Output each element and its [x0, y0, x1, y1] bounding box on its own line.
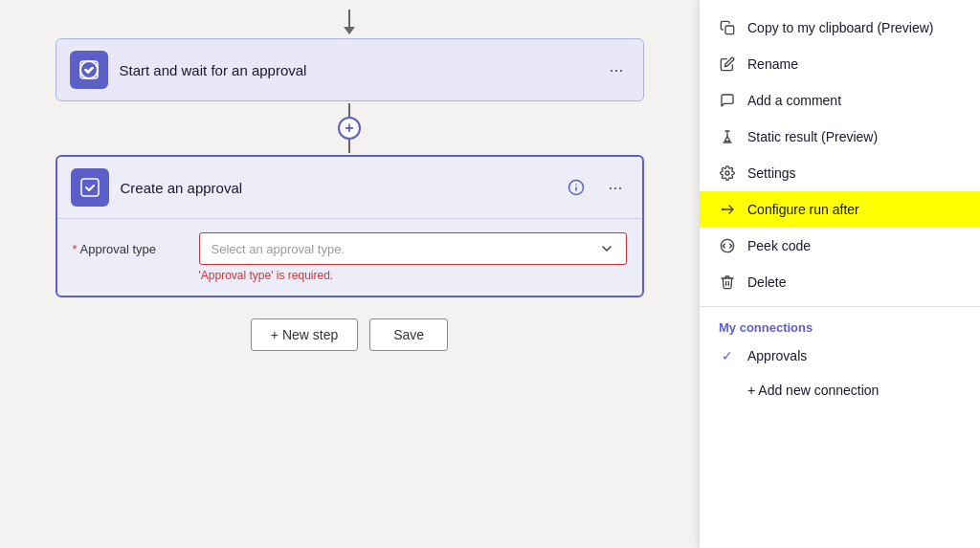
menu-settings-label: Settings [747, 165, 796, 181]
menu-divider [700, 306, 980, 307]
menu-item-delete[interactable]: Delete [700, 264, 980, 300]
approval-type-placeholder: Select an approval type. [212, 242, 345, 256]
approval-type-select[interactable]: Select an approval type. [199, 232, 627, 265]
approval-type-field: Select an approval type. 'Approval type'… [199, 232, 627, 282]
gear-icon [719, 164, 736, 182]
menu-item-peek-code[interactable]: Peek code [700, 228, 980, 264]
new-step-button[interactable]: + New step [251, 318, 358, 351]
step2-icon [71, 168, 109, 207]
required-star: * [73, 242, 78, 256]
save-button[interactable]: Save [369, 318, 448, 351]
add-connection-label: + Add new connection [747, 383, 879, 398]
menu-item-configure-run-after[interactable]: Configure run after [700, 191, 980, 228]
menu-item-copy[interactable]: Copy to my clipboard (Preview) [700, 10, 980, 46]
menu-item-settings[interactable]: Settings [700, 155, 980, 191]
connector-line-top [348, 103, 350, 117]
step1-title: Start and wait for an approval [120, 62, 592, 78]
menu-static-result-label: Static result (Preview) [747, 129, 878, 144]
svg-rect-5 [725, 26, 734, 34]
step2-card: Create an approval ··· *Approval type Se… [56, 155, 644, 297]
menu-add-comment-label: Add a comment [747, 93, 841, 108]
step1-card: Start and wait for an approval ··· [56, 38, 644, 101]
connections-section-title: My connections [700, 313, 980, 339]
svg-line-11 [723, 246, 724, 248]
connector: + [338, 103, 361, 153]
svg-point-7 [725, 171, 729, 175]
approval-icon [78, 58, 100, 81]
menu-configure-run-after-label: Configure run after [747, 202, 859, 217]
comment-icon [719, 92, 736, 109]
code-icon [719, 237, 736, 254]
connector-line-bottom [348, 140, 350, 153]
pencil-icon [719, 55, 736, 73]
step2-info-button[interactable] [562, 175, 590, 200]
step2-title: Create an approval [121, 180, 551, 196]
menu-peek-code-label: Peek code [747, 238, 811, 253]
flask-icon [719, 128, 736, 145]
add-step-button[interactable]: + [338, 117, 361, 140]
approval-type-row: *Approval type Select an approval type. … [73, 232, 627, 282]
menu-item-static-result[interactable]: Static result (Preview) [700, 119, 980, 155]
menu-rename-label: Rename [747, 56, 798, 72]
info-icon [568, 179, 585, 196]
approvals-label: Approvals [747, 348, 807, 363]
step2-header: Create an approval ··· [57, 157, 642, 219]
step2-body: *Approval type Select an approval type. … [57, 219, 642, 296]
copy-icon [719, 19, 736, 36]
menu-item-approvals[interactable]: ✓ Approvals [700, 339, 980, 373]
step2-menu-button[interactable]: ··· [602, 174, 628, 202]
menu-item-add-comment[interactable]: Add a comment [700, 82, 980, 119]
svg-rect-1 [81, 179, 99, 196]
bottom-actions: + New step Save [251, 318, 448, 351]
menu-item-add-connection[interactable]: + Add new connection [700, 373, 980, 407]
trash-icon [719, 274, 736, 291]
context-menu: Copy to my clipboard (Preview) Rename Ad… [699, 0, 980, 548]
step1-menu-button[interactable]: ··· [603, 56, 629, 84]
dropdown-chevron-icon [599, 241, 614, 256]
flow-canvas: Start and wait for an approval ··· + Cre… [0, 0, 699, 548]
run-after-icon [719, 201, 736, 218]
step1-icon [70, 51, 108, 89]
check-icon: ✓ [719, 348, 736, 363]
top-arrow [344, 10, 355, 34]
svg-point-8 [722, 208, 724, 211]
menu-delete-label: Delete [747, 274, 786, 290]
svg-line-13 [730, 246, 732, 248]
menu-copy-label: Copy to my clipboard (Preview) [747, 20, 934, 35]
create-approval-icon [78, 176, 101, 199]
approval-type-error: 'Approval type' is required. [199, 269, 627, 282]
menu-item-rename[interactable]: Rename [700, 46, 980, 82]
approval-type-label: *Approval type [73, 232, 188, 256]
